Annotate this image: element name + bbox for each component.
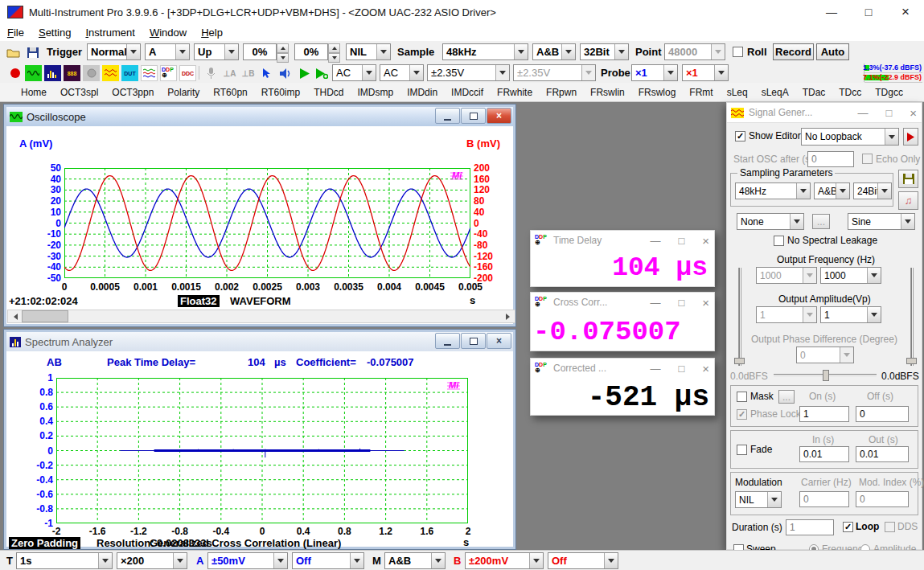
main-titlebar[interactable]: Multi-Instrument Pro 3.9.9.6 - [+3DP+DLG… (0, 0, 924, 25)
wave-file-combo[interactable]: None (737, 213, 804, 230)
balance-slider[interactable] (774, 369, 877, 380)
osc-hscrollbar[interactable] (7, 310, 515, 323)
b-function-combo[interactable]: Off (548, 552, 618, 569)
a-function-combo[interactable]: Off (292, 552, 364, 569)
hot-panel-item-imdsmp[interactable]: IMDsmp (354, 85, 396, 100)
hot-panel-item-tdcc[interactable]: TDcc (836, 85, 864, 100)
trigger-edge-combo[interactable]: Up (194, 43, 239, 60)
frequency-b-combo[interactable]: 1000 (820, 267, 881, 284)
zoom-combo[interactable]: ×200 (117, 552, 187, 569)
window-minimize-button[interactable] (435, 333, 460, 349)
hot-panel-item-sleq[interactable]: sLeq (724, 85, 751, 100)
loopback-combo[interactable]: No Loopback (801, 128, 899, 146)
hot-panel-item-frswlin[interactable]: FRswlin (587, 85, 628, 100)
hot-panel-item-thdcd[interactable]: THDcd (310, 85, 347, 100)
ddp-titlebar[interactable]: DDP⊕ Cross Corr... —□× (531, 293, 714, 312)
run-icon[interactable] (296, 65, 313, 81)
save-signal-button[interactable] (898, 170, 918, 188)
hot-panel-item-frmt[interactable]: FRmt (686, 85, 716, 100)
hot-panel-item-imddin[interactable]: IMDdin (404, 85, 441, 100)
trigger-mode-combo[interactable]: Normal (87, 43, 141, 60)
spectrum-analyzer-icon[interactable] (44, 65, 61, 81)
signal-generator-titlebar[interactable]: Signal Gener... —□× (727, 103, 922, 122)
scroll-thumb[interactable] (22, 310, 68, 322)
phase-lock-off-input[interactable]: 0 (856, 406, 909, 422)
window-minimize-button[interactable] (435, 108, 460, 124)
minimize-icon[interactable]: — (650, 363, 660, 375)
gen-sampling-rate-combo[interactable]: 48kHz (735, 182, 811, 199)
hot-panel-item-frswlog[interactable]: FRswlog (635, 85, 680, 100)
close-icon[interactable]: × (910, 106, 917, 120)
maximize-icon[interactable]: □ (885, 107, 892, 119)
open-icon[interactable] (5, 44, 22, 60)
window-restore-button[interactable] (461, 108, 486, 124)
spectrum-titlebar[interactable]: Spectrum Analyzer × (6, 332, 513, 352)
minimize-icon[interactable]: — (650, 235, 660, 247)
spectrum-3d-plot-icon[interactable] (83, 65, 100, 81)
record-icon[interactable] (6, 65, 23, 81)
hot-panel-item-oct3ppn[interactable]: OCT3ppn (109, 85, 157, 100)
minimize-icon[interactable]: — (857, 107, 868, 119)
derived-data-curve-icon[interactable] (141, 65, 158, 81)
hot-panel-item-frwhite[interactable]: FRwhite (494, 85, 536, 100)
hot-panel-item-imdccif[interactable]: IMDccif (448, 85, 487, 100)
music-library-button[interactable]: ♫ (898, 191, 918, 210)
loop-checkbox[interactable] (843, 522, 853, 532)
hot-panel-item-tdac[interactable]: TDac (799, 85, 829, 100)
close-icon[interactable]: × (702, 362, 709, 375)
scroll-right-icon[interactable] (501, 310, 515, 322)
menu-window[interactable]: Window (142, 25, 194, 40)
ddc-icon[interactable]: DDC (179, 65, 196, 81)
sweep-time-combo[interactable]: 1s (16, 552, 113, 569)
menu-instrument[interactable]: Instrument (78, 25, 142, 40)
hot-panel-item-rt60pn[interactable]: RT60pn (210, 85, 250, 100)
probe-b-combo[interactable]: ×1 (682, 64, 729, 81)
trigger-delay-spinner[interactable]: 0% (294, 43, 340, 60)
fade-in-input[interactable]: 0.01 (799, 446, 849, 462)
hot-panel-item-home[interactable]: Home (18, 85, 50, 100)
minimize-icon[interactable]: — (650, 297, 660, 309)
signal-generator-icon[interactable] (102, 65, 119, 81)
hot-panel-item-oct3spl[interactable]: OCT3spl (57, 85, 101, 100)
hot-panel-item-rt60imp[interactable]: RT60imp (258, 85, 303, 100)
maximize-icon[interactable]: □ (678, 235, 684, 247)
scroll-left-icon[interactable] (8, 310, 22, 322)
oscilloscope-titlebar[interactable]: Oscilloscope × (6, 107, 513, 127)
trigger-source-combo[interactable]: A (145, 43, 190, 60)
menu-help[interactable]: Help (194, 25, 230, 40)
hot-panel-item-sleqa[interactable]: sLeqA (758, 85, 792, 100)
sound-device-icon[interactable] (277, 65, 294, 81)
menu-file[interactable]: File (0, 25, 31, 40)
modulation-combo[interactable]: NIL (735, 491, 782, 508)
multimeter-icon[interactable]: 888 (64, 65, 80, 81)
channel-mode-combo[interactable]: A&B (384, 552, 446, 569)
fade-out-input[interactable]: 0.01 (856, 446, 909, 462)
b-range-combo[interactable]: ±200mV (465, 552, 544, 569)
sampling-rate-combo[interactable]: 48kHz (442, 43, 528, 60)
maximize-icon[interactable]: □ (678, 297, 684, 309)
hot-panel-item-tdgcc[interactable]: TDgcc (872, 85, 906, 100)
ddp-titlebar[interactable]: DDP⊕ Time Delay —□× (531, 231, 714, 250)
auto-button[interactable]: Auto (816, 43, 849, 60)
amplitude-b-combo[interactable]: 1 (820, 306, 881, 323)
hot-panel-item-polarity[interactable]: Polarity (164, 85, 203, 100)
coupling-b-combo[interactable]: AC (380, 64, 424, 81)
cursor-reader-icon[interactable] (258, 65, 275, 81)
mask-checkbox[interactable] (737, 392, 747, 402)
oscilloscope-icon[interactable] (25, 65, 42, 81)
show-editor-checkbox[interactable] (735, 131, 745, 141)
minimize-button[interactable]: — (813, 0, 850, 24)
device-test-plan-icon[interactable]: DUT (121, 65, 138, 81)
waveform-combo[interactable]: Sine (848, 213, 915, 230)
gen-sampling-bits-combo[interactable]: 24Bit (853, 182, 892, 199)
no-spectral-leakage-checkbox[interactable] (774, 236, 784, 246)
gen-sampling-channels-combo[interactable]: A&B (814, 182, 850, 199)
ddp-titlebar[interactable]: DDP⊕ Corrected ... —□× (531, 359, 714, 378)
sampling-bits-combo[interactable]: 32Bit (580, 43, 629, 60)
maximize-icon[interactable]: □ (678, 363, 684, 375)
close-icon[interactable]: × (702, 296, 709, 310)
a-range-combo[interactable]: ±50mV (207, 552, 288, 569)
run-loop-icon[interactable] (314, 65, 331, 81)
window-close-button[interactable]: × (487, 333, 511, 349)
ddp-viewer-icon[interactable]: DDP⊕ (160, 65, 177, 81)
